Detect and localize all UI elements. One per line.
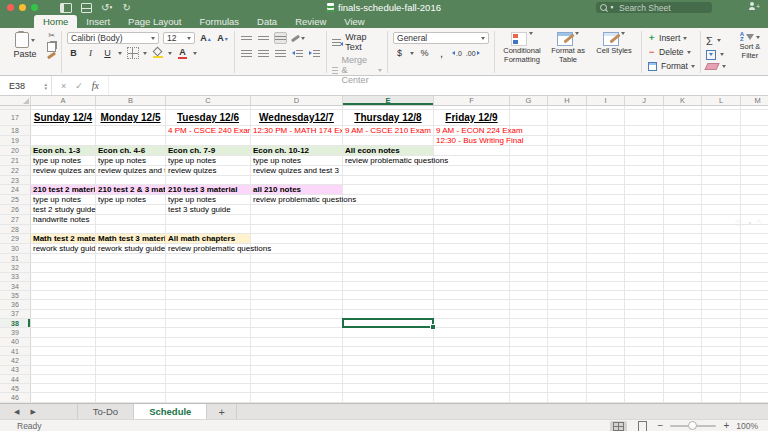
cell-E20[interactable]: All econ notes [343, 146, 434, 155]
cell-G36[interactable] [510, 300, 548, 308]
cell-F33[interactable] [434, 273, 510, 281]
cell-I17[interactable] [587, 110, 625, 125]
cell-E37[interactable] [343, 310, 434, 318]
cell-F40[interactable] [434, 338, 510, 346]
orientation-button[interactable] [291, 32, 305, 44]
cell-D40[interactable] [251, 338, 343, 346]
cell-B42[interactable] [96, 356, 166, 364]
column-header-E[interactable]: E [343, 96, 434, 105]
cell-F39[interactable] [434, 328, 510, 336]
cell-C27[interactable] [166, 215, 251, 224]
tab-view[interactable]: View [335, 15, 373, 28]
cell-G27[interactable] [510, 215, 548, 224]
cell-A32[interactable] [31, 263, 96, 271]
cell-K41[interactable] [664, 347, 702, 355]
cell-I31[interactable] [587, 254, 625, 262]
cell-D21[interactable]: type up notes [251, 156, 343, 165]
cell-H23[interactable] [548, 176, 587, 184]
name-box-stepper[interactable]: ▴▾ [44, 82, 47, 90]
cell-K34[interactable] [664, 282, 702, 290]
cell-A34[interactable] [31, 282, 96, 290]
cell-H41[interactable] [548, 347, 587, 355]
cell-I30[interactable] [587, 244, 625, 253]
cell-I29[interactable] [587, 234, 625, 243]
cell-C38[interactable] [166, 319, 251, 327]
cell-C41[interactable] [166, 347, 251, 355]
cell-A19[interactable] [31, 136, 96, 145]
row-header-30[interactable]: 30 [0, 244, 31, 253]
cell-J44[interactable] [625, 375, 664, 383]
row-header-16[interactable] [0, 106, 31, 109]
format-painter-icon[interactable] [47, 52, 56, 60]
fill-button[interactable] [706, 50, 726, 60]
cell-F19[interactable]: 12:30 - Bus Writing Final [434, 136, 510, 145]
cell-H31[interactable] [548, 254, 587, 262]
cell-F17[interactable]: Friday 12/9 [434, 110, 510, 125]
cell-B23[interactable] [96, 176, 166, 184]
cell-A39[interactable] [31, 328, 96, 336]
cell-G46[interactable] [510, 393, 548, 401]
cell-I27[interactable] [587, 215, 625, 224]
cell-I26[interactable] [587, 205, 625, 214]
cell-E26[interactable] [343, 205, 434, 214]
cell-B29[interactable]: Math test 3 material [96, 234, 166, 243]
cell-A27[interactable]: handwrite notes [31, 215, 96, 224]
cell-B31[interactable] [96, 254, 166, 262]
cell-D28[interactable] [251, 225, 343, 233]
cell-H17[interactable] [548, 110, 587, 125]
cell-A42[interactable] [31, 356, 96, 364]
font-color-button[interactable]: A [176, 47, 189, 59]
cell-A24[interactable]: 210 test 2 material [31, 185, 96, 194]
cell-D46[interactable] [251, 393, 343, 401]
cell-D27[interactable] [251, 215, 343, 224]
conditional-formatting-button[interactable]: Conditional Formatting [500, 32, 544, 72]
cell-C32[interactable] [166, 263, 251, 271]
cell-H33[interactable] [548, 273, 587, 281]
cell-K26[interactable] [664, 205, 702, 214]
cell-C29[interactable]: All math chapters [166, 234, 251, 243]
cell-K18[interactable] [664, 126, 702, 135]
cell-J39[interactable] [625, 328, 664, 336]
cell-E43[interactable] [343, 366, 434, 374]
column-header-J[interactable]: J [625, 96, 664, 105]
cell-E18[interactable]: 9 AM - CSCE 210 Exam [343, 126, 434, 135]
cell-E29[interactable] [343, 234, 434, 243]
cell-F44[interactable] [434, 375, 510, 383]
cell-D37[interactable] [251, 310, 343, 318]
cell-F22[interactable] [434, 166, 510, 175]
cell-D44[interactable] [251, 375, 343, 383]
cell-J20[interactable] [625, 146, 664, 155]
cell-C37[interactable] [166, 310, 251, 318]
cell-H40[interactable] [548, 338, 587, 346]
cell-H37[interactable] [548, 310, 587, 318]
cell-B33[interactable] [96, 273, 166, 281]
cell-B35[interactable] [96, 291, 166, 299]
zoom-window-button[interactable] [31, 4, 38, 11]
cell-H16[interactable] [548, 106, 587, 109]
cell-E17[interactable]: Thursday 12/8 [343, 110, 434, 125]
cell-A35[interactable] [31, 291, 96, 299]
cell-K19[interactable] [664, 136, 702, 145]
cell-K27[interactable] [664, 215, 702, 224]
normal-view-button[interactable] [610, 421, 627, 431]
cell-D20[interactable]: Econ ch. 10-12 [251, 146, 343, 155]
cell-A21[interactable]: type up notes [31, 156, 96, 165]
cell-J41[interactable] [625, 347, 664, 355]
cell-F29[interactable] [434, 234, 510, 243]
row-header-43[interactable]: 43 [0, 366, 31, 374]
cell-E35[interactable] [343, 291, 434, 299]
cell-G37[interactable] [510, 310, 548, 318]
shrink-font-button[interactable]: A▾ [216, 32, 229, 44]
column-header-K[interactable]: K [664, 96, 702, 105]
cell-A43[interactable] [31, 366, 96, 374]
cancel-entry-icon[interactable]: × [61, 81, 66, 91]
cell-F25[interactable] [434, 195, 510, 204]
cell-K17[interactable] [664, 110, 702, 125]
cell-C21[interactable]: type up notes [166, 156, 251, 165]
cell-F42[interactable] [434, 356, 510, 364]
cell-A25[interactable]: type up notes [31, 195, 96, 204]
cell-D16[interactable] [251, 106, 343, 109]
cell-B30[interactable]: rework study guide [96, 244, 166, 253]
cell-K33[interactable] [664, 273, 702, 281]
cell-A22[interactable]: review quizes and test 1 [31, 166, 96, 175]
